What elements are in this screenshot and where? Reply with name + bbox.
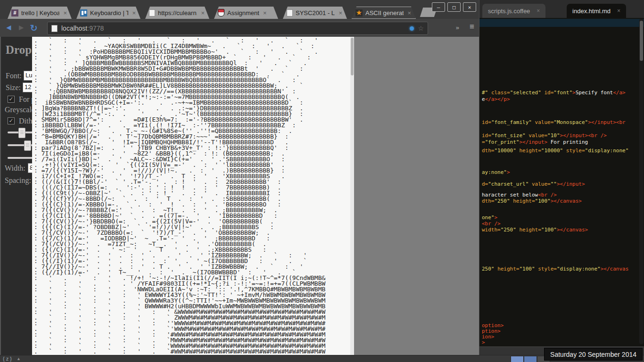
browser-tab[interactable]: SYSC2001 - Lab×: [283, 7, 347, 19]
close-icon[interactable]: ×: [407, 9, 411, 16]
editor-tab[interactable]: scripts.js.coffee×: [482, 4, 545, 18]
code-line: ay:none">: [482, 169, 510, 175]
desktop: #trello | Keyboar×Keyboardio | Tr×https:…: [0, 0, 644, 362]
ascii-output-area: . ` : ' . ` : ' . ` : ' . ` : ' . ` : ' …: [32, 37, 354, 355]
slider-handle[interactable]: [24, 140, 31, 151]
slider-handle[interactable]: [18, 128, 25, 138]
close-icon[interactable]: ×: [263, 9, 267, 16]
ascii-art: . ` : ' . ` : ' . ` : ' . ` : ' . ` : ' …: [34, 38, 325, 354]
page-scrollbar[interactable]: [350, 37, 354, 355]
code-line: ="for_print"></input> For printing: [482, 139, 588, 145]
star-icon: ★: [355, 9, 363, 16]
browser-tab[interactable]: ★ASCII generator×: [352, 7, 416, 19]
editor-tab-bar: scripts.js.coffee×index.html.md×: [479, 0, 644, 18]
code-line: 250" height="100" style="display:none"><…: [482, 266, 628, 272]
code-line: e</a></p>: [482, 96, 510, 102]
code-line: id="font_size" value="10"></input><br />: [482, 132, 607, 139]
close-icon[interactable]: ×: [537, 8, 540, 14]
page-scrollbar-thumb[interactable]: [351, 38, 354, 75]
code-line: d="charset_url" value=""></input>: [482, 181, 585, 187]
close-button[interactable]: ✕: [463, 2, 476, 12]
code-line: dth="250" height="100"></canvas>: [482, 198, 582, 204]
tab-label: https://culearn.: [158, 9, 197, 16]
menu-icon[interactable]: ≡: [470, 22, 474, 32]
editor-tab-label: scripts.js.coffee: [488, 8, 530, 15]
page-icon: [287, 9, 293, 16]
editor-window: scripts.js.coffee×index.html.md× #" clas…: [479, 0, 644, 355]
clock-tooltip: Saturday 20 September 2014: [544, 348, 643, 361]
tooltip-date: Saturday 20 September 2014: [550, 351, 636, 358]
menu-badge[interactable]: { z }: [3, 356, 12, 362]
window-controls: — □ ✕: [432, 2, 476, 12]
status-icon: [410, 26, 414, 31]
editor-tab-label: index.html.md: [572, 8, 611, 15]
browser-tab[interactable]: Keyboardio | Tr×: [76, 7, 140, 19]
show-desktop-icon[interactable]: ▲: [17, 356, 21, 361]
code-line: id="font_family" value="Monospace"></inp…: [482, 119, 626, 125]
close-icon[interactable]: ×: [63, 9, 67, 16]
browser-tab[interactable]: Assignment×: [214, 7, 278, 19]
trello-icon: [80, 9, 87, 16]
close-icon[interactable]: ×: [339, 9, 342, 16]
workspace-1[interactable]: [511, 356, 524, 362]
close-icon[interactable]: ×: [201, 9, 205, 16]
browser-tab[interactable]: https://culearn.×: [145, 7, 209, 19]
code-line: >: [482, 339, 485, 346]
width-label: Width:: [5, 164, 25, 173]
editor-tab[interactable]: index.html.md×: [567, 4, 626, 18]
tab-label: SYSC2001 - Lab: [296, 9, 335, 16]
bookmark-star-icon[interactable]: ☆: [418, 25, 424, 32]
code-line: <br />: [482, 221, 501, 227]
code-line: width="250" height="100"></canvas>: [482, 227, 588, 233]
tab-label: Assignment: [227, 9, 259, 16]
reload-icon[interactable]: ↻: [30, 23, 38, 33]
overflow-chevron-icon[interactable]: »: [456, 24, 459, 31]
url-port: :9778: [87, 25, 104, 32]
browser-tab-strip: #trello | Keyboar×Keyboardio | Tr×https:…: [0, 0, 479, 19]
taskbar-left: { z } ▲: [3, 356, 21, 362]
tab-label: trello | Keyboar: [21, 9, 59, 16]
minimize-button[interactable]: —: [432, 2, 445, 12]
page-icon: [51, 25, 58, 32]
close-icon[interactable]: ×: [132, 9, 136, 16]
editor-scrollbar-thumb[interactable]: [640, 21, 643, 61]
code-line: dth="10000" height="10000" style="displa…: [482, 148, 628, 154]
forward-icon[interactable]: ►: [17, 23, 25, 33]
size-label: Size:: [6, 83, 21, 92]
page-icon: [149, 9, 155, 16]
close-icon[interactable]: ×: [617, 8, 620, 14]
editor-scrollbar[interactable]: [639, 19, 644, 344]
code-line: #" class="selected" id="font">Specify fo…: [482, 90, 626, 96]
current-line-highlight: [479, 19, 644, 27]
dither-checkbox[interactable]: ✓: [8, 117, 15, 124]
code-line: haracter set below<br />: [482, 192, 557, 198]
hash-icon: #: [11, 9, 18, 16]
tab-label: ASCII generator: [365, 9, 404, 16]
url-host: localhost: [61, 25, 87, 32]
tab-label: Keyboardio | Tr: [90, 9, 128, 16]
shield-icon: [218, 9, 224, 16]
code-line: one">: [482, 214, 497, 221]
spacing-label: Spacing:: [5, 176, 31, 185]
page-content: Drop image file Font: Luxi Mono Size: 12…: [0, 37, 479, 355]
browser-tab[interactable]: #trello | Keyboar×: [8, 7, 72, 19]
workspace-2[interactable]: [524, 356, 537, 362]
maximize-button[interactable]: □: [447, 2, 461, 12]
for-printing-checkbox[interactable]: ✓: [8, 96, 15, 103]
font-label: Font:: [6, 72, 22, 80]
editor-body[interactable]: #" class="selected" id="font">Specify fo…: [479, 18, 644, 346]
back-icon[interactable]: ◄: [5, 23, 13, 33]
browser-window: #trello | Keyboar×Keyboardio | Tr×https:…: [0, 0, 479, 355]
address-bar[interactable]: localhost:9778 ☆: [47, 22, 428, 35]
